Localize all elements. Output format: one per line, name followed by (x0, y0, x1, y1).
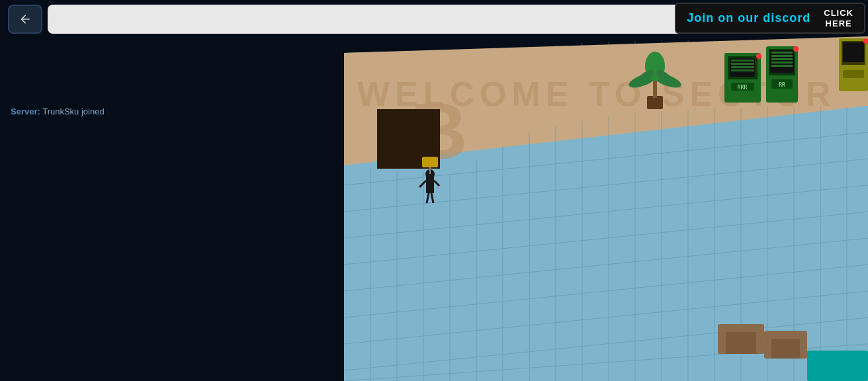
svg-text:RR: RR (779, 82, 785, 88)
svg-line-32 (344, 298, 868, 318)
svg-rect-71 (728, 56, 758, 79)
svg-line-36 (344, 159, 868, 212)
svg-rect-73 (731, 60, 754, 62)
arcade-machine-3 (839, 38, 868, 91)
svg-line-29 (344, 218, 868, 238)
svg-rect-72 (730, 58, 755, 77)
svg-line-106 (419, 181, 426, 187)
svg-rect-100 (764, 337, 807, 359)
game-canvas: WELCOME TO SECTOR B (0, 0, 868, 381)
sector-text: WELCOME TO SECTOR (357, 75, 836, 113)
svg-line-31 (344, 271, 868, 291)
floor (344, 40, 868, 381)
svg-rect-101 (764, 331, 807, 339)
svg-line-33 (344, 324, 868, 344)
svg-line-27 (344, 165, 868, 185)
svg-rect-99 (756, 331, 764, 354)
svg-rect-64 (653, 79, 657, 98)
plant (627, 52, 683, 109)
svg-rect-83 (771, 52, 793, 54)
svg-rect-0 (0, 0, 344, 381)
svg-line-40 (344, 265, 868, 318)
discord-banner[interactable]: Join on our discord CLICK HERE (675, 3, 865, 34)
floor-surface (344, 106, 868, 381)
server-message: Server: TrunkSku joined (11, 106, 105, 116)
svg-line-41 (344, 291, 868, 344)
sofa-2 (764, 331, 807, 359)
svg-rect-96 (718, 331, 764, 354)
svg-text:RRR: RRR (738, 85, 748, 91)
svg-rect-102 (764, 337, 771, 359)
svg-point-65 (627, 71, 658, 91)
svg-point-69 (654, 67, 678, 90)
svg-line-23 (344, 60, 868, 79)
svg-point-77 (756, 54, 761, 59)
svg-line-28 (344, 192, 868, 212)
sofa-1 (718, 324, 764, 354)
svg-rect-85 (771, 58, 793, 60)
svg-point-68 (632, 67, 656, 90)
svg-line-25 (344, 112, 868, 132)
floor-grid (344, 40, 868, 381)
svg-rect-104 (426, 177, 434, 193)
svg-line-109 (431, 193, 433, 203)
join-message: TrunkSku joined (40, 106, 105, 116)
game-world: WELCOME TO SECTOR B (0, 0, 868, 381)
sector-letter: B (410, 87, 468, 175)
svg-line-43 (344, 344, 868, 381)
discord-join-text: Join on our discord (687, 11, 810, 25)
back-button[interactable] (8, 5, 42, 34)
svg-rect-78 (731, 83, 754, 91)
svg-rect-95 (843, 70, 864, 78)
server-label: Server: (11, 106, 40, 116)
svg-point-88 (793, 46, 799, 52)
svg-line-38 (344, 212, 868, 265)
svg-line-35 (344, 132, 868, 185)
svg-rect-87 (771, 65, 793, 67)
discord-click-here: CLICK HERE (824, 8, 853, 28)
svg-rect-97 (718, 324, 764, 332)
svg-rect-81 (769, 49, 795, 75)
svg-line-42 (344, 318, 868, 370)
svg-rect-74 (731, 63, 754, 65)
svg-rect-76 (731, 69, 754, 71)
svg-point-66 (652, 71, 683, 91)
svg-rect-82 (770, 50, 794, 73)
svg-line-107 (434, 181, 439, 186)
search-input[interactable] (48, 5, 781, 34)
svg-rect-84 (771, 55, 793, 57)
svg-line-108 (427, 193, 429, 203)
svg-point-105 (425, 169, 435, 179)
svg-rect-92 (842, 41, 865, 65)
svg-line-24 (344, 86, 868, 106)
svg-rect-91 (839, 38, 868, 91)
svg-rect-63 (647, 96, 663, 109)
svg-line-34 (344, 351, 868, 370)
floor-grid-surface (344, 106, 868, 381)
svg-rect-86 (771, 62, 793, 64)
player-character (419, 157, 439, 203)
svg-rect-80 (766, 46, 798, 103)
back-arrow-icon (19, 13, 32, 26)
arcade-machine-1: RRR (724, 53, 761, 103)
svg-rect-93 (843, 42, 864, 62)
svg-rect-1 (344, 0, 868, 381)
arcade-machine-2: RR (766, 46, 799, 103)
svg-rect-70 (724, 53, 761, 103)
svg-line-30 (344, 245, 868, 265)
svg-rect-98 (718, 331, 726, 354)
svg-rect-110 (422, 157, 438, 167)
svg-rect-103 (800, 337, 807, 359)
svg-point-94 (863, 38, 868, 44)
floor-mat (807, 351, 868, 381)
back-wall (344, 36, 868, 165)
svg-line-26 (344, 139, 868, 159)
wall-door (377, 109, 440, 169)
svg-rect-89 (771, 79, 793, 89)
svg-line-39 (344, 238, 868, 291)
svg-rect-75 (731, 66, 754, 68)
svg-point-67 (645, 52, 665, 81)
svg-line-37 (344, 185, 868, 238)
